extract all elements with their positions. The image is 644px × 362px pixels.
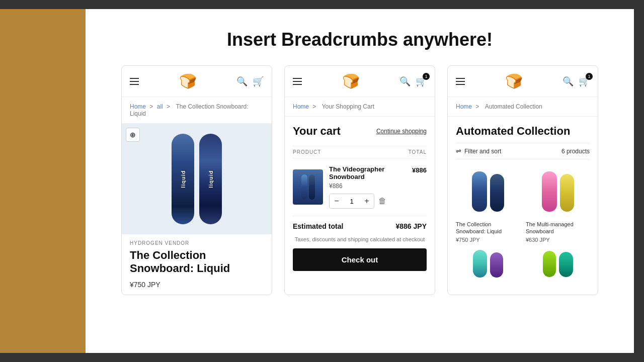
collection-item-3: [456, 249, 520, 282]
cart-item-image: [293, 169, 323, 205]
item3-image: [456, 249, 520, 279]
card1-breadcrumb: Home > all > The Collection Snowboard: L…: [122, 97, 272, 124]
search-icon-2[interactable]: 🔍: [399, 76, 411, 87]
card-product: 🍞 🔍 🛒 Home > all > The Collection Snowbo…: [121, 65, 272, 295]
collection-item-4: [526, 249, 590, 282]
breadcrumb-home[interactable]: Home: [130, 103, 146, 110]
card-cart: 🍞 🔍 🛒 1 Home > Your Shopping Cart: [284, 65, 435, 295]
logo-icon: 🍞: [179, 73, 197, 89]
item3-sb1: [473, 250, 487, 278]
item1-price: ¥750 JPY: [456, 237, 520, 243]
taxes-note: Taxes, discounts and shipping calculated…: [293, 236, 427, 242]
col-total: TOTAL: [409, 149, 427, 155]
product-price: ¥750 JPY: [130, 281, 264, 289]
cards-row: 🍞 🔍 🛒 Home > all > The Collection Snowbo…: [86, 65, 634, 295]
snowboard-2: liquid: [199, 134, 222, 224]
item3-snowboards: [473, 250, 503, 278]
delete-item-btn[interactable]: 🗑: [378, 197, 386, 206]
item1-name: The Collection Snowboard: Liquid: [456, 221, 520, 235]
card2-breadcrumb: Home > Your Shopping Cart: [285, 97, 435, 117]
collection-item-1: The Collection Snowboard: Liquid ¥750 JP…: [456, 166, 520, 243]
card3-nav-left: [456, 78, 465, 85]
cart-item-price: ¥886: [329, 183, 406, 190]
item2-price: ¥630 JPY: [526, 237, 590, 243]
hamburger-icon[interactable]: [130, 78, 139, 85]
cart-item-total: ¥886: [412, 165, 427, 174]
hamburger-icon-3[interactable]: [456, 78, 465, 85]
card2-nav-right: 🔍 🛒 1: [399, 76, 427, 87]
breadcrumb-all[interactable]: all: [157, 103, 163, 110]
zoom-icon[interactable]: ⊕: [126, 128, 140, 142]
breadcrumb3-current: Automated Collection: [485, 103, 542, 110]
card2-nav: 🍞 🔍 🛒 1: [285, 66, 435, 97]
item4-sb1: [543, 251, 556, 277]
main-area: Insert Breadcrumbs anywhere! 🍞 🔍 🛒: [86, 9, 634, 353]
card3-nav-right: 🔍 🛒 1: [562, 76, 590, 87]
item4-snowboards: [543, 251, 573, 277]
card1-nav: 🍞 🔍 🛒: [122, 66, 272, 97]
breadcrumb-sep1: >: [149, 103, 154, 110]
estimated-total: Estimated total ¥886 JPY: [293, 216, 427, 236]
breadcrumb2-current: Your Shopping Cart: [322, 103, 374, 110]
cart-badge-2: 1: [423, 73, 430, 80]
filter-icon: ⇌: [456, 147, 461, 155]
product-name: The Collection Snowboard: Liquid: [130, 249, 264, 276]
cart-icon[interactable]: 🛒: [253, 76, 264, 87]
filter-label[interactable]: Filter and sort: [464, 148, 501, 155]
qty-increase[interactable]: +: [360, 194, 374, 208]
search-icon[interactable]: 🔍: [236, 76, 248, 87]
item2-snowboards: [542, 171, 574, 212]
collection-title: Automated Collection: [456, 117, 590, 143]
cart-item-name: The Videographer Snowboard: [329, 165, 406, 180]
breadcrumb-current: The Collection Snowboard: Liquid: [130, 103, 249, 117]
filter-left: ⇌ Filter and sort: [456, 147, 501, 155]
search-icon-3[interactable]: 🔍: [562, 76, 574, 87]
cart-snowboards: [301, 174, 315, 200]
item1-sb1: [472, 171, 487, 212]
cart-title: Your cart: [293, 125, 341, 138]
card2-nav-center: 🍞: [342, 73, 360, 89]
continue-shopping-link[interactable]: Continue shopping: [376, 128, 427, 135]
estimated-value: ¥886 JPY: [396, 222, 427, 230]
snowboard-text-2: liquid: [208, 170, 214, 188]
cart-header: Your cart Continue shopping: [293, 125, 427, 138]
item4-image: [526, 249, 590, 279]
card-collection: 🍞 🔍 🛒 1 Home > Automated Collection Au: [447, 65, 598, 295]
snowboard-image: liquid liquid: [172, 134, 222, 224]
breadcrumb-sep2: >: [167, 103, 172, 110]
right-sidebar: [634, 0, 644, 362]
card3-nav-center: 🍞: [505, 73, 523, 89]
card1-nav-left: [130, 78, 139, 85]
estimated-label: Estimated total: [293, 222, 343, 230]
card1-nav-center: 🍞: [179, 73, 197, 89]
product-vendor: HYDROGEN VENDOR: [130, 240, 264, 246]
item3-sb2: [490, 252, 503, 278]
item1-image: [456, 166, 520, 217]
item4-sb2: [559, 252, 573, 277]
product-count: 6 products: [561, 148, 590, 155]
cart-body: Your cart Continue shopping PRODUCT TOTA…: [285, 117, 435, 295]
snowboard-text-1: liquid: [180, 170, 186, 188]
collection-grid: The Collection Snowboard: Liquid ¥750 JP…: [456, 166, 590, 282]
breadcrumb3-home[interactable]: Home: [456, 103, 472, 110]
cart-sb-2: [309, 174, 315, 200]
collection-item-2: The Multi-managed Snowboard ¥630 JPY: [526, 166, 590, 243]
cart-badge-3: 1: [586, 73, 593, 80]
breadcrumb2-home[interactable]: Home: [293, 103, 309, 110]
checkout-button[interactable]: Check out: [293, 248, 427, 271]
qty-decrease[interactable]: −: [330, 194, 344, 208]
logo-icon-2: 🍞: [342, 73, 360, 89]
bottom-bar: [0, 353, 644, 362]
top-bar: [0, 0, 644, 9]
hamburger-icon-2[interactable]: [293, 78, 302, 85]
filter-bar: ⇌ Filter and sort 6 products: [456, 143, 590, 159]
item2-sb2: [560, 174, 574, 212]
item2-sb1: [542, 171, 557, 212]
product-info: HYDROGEN VENDOR The Collection Snowboard…: [122, 234, 272, 295]
card3-nav: 🍞 🔍 🛒 1: [448, 66, 598, 97]
page-title: Insert Breadcrumbs anywhere!: [227, 29, 493, 50]
qty-value: 1: [344, 198, 360, 205]
cart-wrapper-2: 🛒 1: [416, 76, 427, 87]
col-product: PRODUCT: [293, 149, 321, 155]
cart-item: The Videographer Snowboard ¥886 − 1 + 🗑 …: [293, 165, 427, 209]
